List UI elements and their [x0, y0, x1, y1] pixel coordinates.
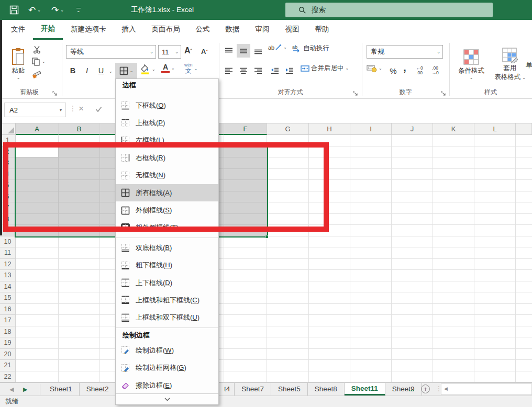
customize-qat-button[interactable]: ⌄ [76, 0, 81, 20]
row-header-18[interactable]: 18 [0, 326, 16, 338]
comma-style-button[interactable]: , [400, 61, 409, 74]
align-bottom-button[interactable] [251, 44, 265, 58]
decrease-decimal-button[interactable]: .00→0 [428, 64, 442, 77]
merge-center-button[interactable]: 合并后居中⌄ [301, 64, 349, 73]
column-header-K[interactable]: K [433, 123, 474, 135]
undo-button[interactable]: ↶⌄ [28, 0, 41, 20]
number-format-select[interactable]: 常规⌄ [367, 45, 443, 59]
accounting-format-button[interactable]: ⌄ [367, 64, 382, 73]
row-header-17[interactable]: 17 [0, 315, 16, 326]
tab-文件[interactable]: 文件 [3, 20, 33, 40]
phonetic-guide-button[interactable]: wén文⌄ [184, 63, 197, 74]
clipboard-dialog-launcher[interactable] [52, 89, 59, 95]
fill-color-button[interactable]: ⌄ [140, 64, 156, 75]
phonetic-dropdown-icon[interactable]: ⌄ [194, 66, 198, 71]
sheet-tab-Sheet8[interactable]: Sheet8 [308, 383, 345, 395]
format-as-table-dropdown-icon[interactable]: ⌄ [522, 75, 526, 80]
menu-item-border-double-bottom[interactable]: 双底框线(B) [116, 239, 218, 256]
redo-dropdown-icon[interactable]: ⌄ [60, 8, 64, 13]
menu-item-border-top[interactable]: 上框线(P) [116, 114, 218, 131]
horizontal-scrollbar[interactable]: ◀ [441, 383, 532, 395]
sheet-tab-Sheet9[interactable]: Sheet9 [385, 383, 422, 395]
scrollbar-left-icon[interactable]: ◀ [444, 386, 448, 391]
increase-decimal-button[interactable]: ←0.00 [413, 64, 426, 77]
sheet-tab-Sheet7[interactable]: Sheet7 [235, 383, 271, 395]
column-header-F[interactable]: F [224, 123, 267, 135]
orientation-dropdown-icon[interactable]: ⌄ [283, 45, 287, 50]
row-header-19[interactable]: 19 [0, 337, 16, 349]
enter-button[interactable] [95, 105, 102, 115]
menu-scroll-down[interactable] [116, 393, 218, 404]
italic-button[interactable]: I [81, 64, 93, 77]
font-name-dropdown-icon[interactable]: ⌄ [150, 50, 156, 54]
tab-新建选项卡[interactable]: 新建选项卡 [63, 20, 114, 40]
font-size-dropdown-icon[interactable]: ⌄ [175, 50, 181, 54]
row-header-20[interactable]: 20 [0, 349, 16, 360]
alignment-dialog-launcher[interactable] [353, 89, 359, 95]
column-header-L[interactable]: L [474, 123, 516, 135]
column-header-I[interactable]: I [350, 123, 392, 135]
copy-button[interactable]: ⌄ [31, 57, 46, 66]
column-header-H[interactable]: H [309, 123, 350, 135]
paste-button[interactable]: 粘贴 ⌄ [6, 43, 30, 85]
font-size-select[interactable]: 11⌄ [158, 45, 181, 59]
tab-公式[interactable]: 公式 [188, 20, 218, 40]
name-box[interactable]: A2▾ [4, 103, 66, 117]
sheet-nav-left-icon[interactable]: ◀ [9, 386, 14, 393]
sheet-tab-Sheet1[interactable]: Sheet1 [43, 383, 80, 395]
row-header-14[interactable]: 14 [0, 281, 16, 293]
number-format-dropdown-icon[interactable]: ⌄ [437, 50, 442, 54]
conditional-dropdown-icon[interactable]: ⌄ [470, 75, 473, 80]
shrink-font-button[interactable]: Aˇ [201, 48, 207, 55]
column-header-B[interactable]: B [59, 123, 100, 135]
borders-button[interactable]: ⌄ [115, 63, 137, 78]
align-top-button[interactable] [222, 44, 236, 58]
formula-bar-grip-icon[interactable]: ⋮ [69, 104, 76, 112]
copy-dropdown-icon[interactable]: ⌄ [42, 59, 46, 64]
font-name-select[interactable]: 等线⌄ [66, 45, 156, 59]
menu-item-draw-border[interactable]: 绘制边框(W) [116, 342, 218, 359]
underline-button[interactable]: U [95, 64, 107, 77]
grow-font-button[interactable]: Aˆ [184, 46, 192, 55]
menu-item-erase-border[interactable]: 擦除边框(E) [116, 377, 218, 394]
row-header-11[interactable]: 11 [0, 247, 16, 259]
tab-数据[interactable]: 数据 [218, 20, 248, 40]
tab-开始[interactable]: 开始 [33, 20, 63, 40]
column-header-J[interactable]: J [392, 123, 433, 135]
percent-style-button[interactable]: % [387, 64, 399, 77]
orientation-button[interactable]: ab⌄ [268, 44, 287, 51]
number-dialog-launcher[interactable] [441, 89, 447, 95]
borders-dropdown-icon[interactable]: ⌄ [130, 69, 134, 73]
align-right-button[interactable] [251, 64, 265, 77]
undo-dropdown-icon[interactable]: ⌄ [37, 8, 41, 13]
tab-视图[interactable]: 视图 [278, 20, 307, 40]
search-box[interactable]: 搜索 [285, 3, 493, 17]
row-header-12[interactable]: 12 [0, 259, 16, 270]
align-middle-button[interactable] [237, 44, 250, 58]
redo-button[interactable]: ↷⌄ [51, 0, 64, 20]
fill-handle[interactable] [265, 235, 269, 239]
font-color-dropdown-icon[interactable]: ⌄ [171, 66, 175, 71]
column-header-G[interactable]: G [267, 123, 309, 135]
menu-item-draw-border-grid[interactable]: 绘制边框网格(G) [116, 359, 218, 376]
name-box-dropdown-icon[interactable]: ▾ [60, 108, 65, 112]
format-as-table-button[interactable]: 套用 表格格式⌄ [491, 42, 529, 87]
conditional-formatting-button[interactable]: 条件格式 ⌄ [451, 42, 491, 87]
sheet-nav-right-icon[interactable]: ▶ [23, 386, 27, 393]
align-left-button[interactable] [222, 64, 236, 77]
bold-button[interactable]: B [67, 64, 79, 77]
fill-color-dropdown-icon[interactable]: ⌄ [152, 67, 156, 72]
column-header-partial[interactable] [516, 123, 532, 135]
merge-dropdown-icon[interactable]: ⌄ [346, 66, 349, 71]
menu-item-border-top-bottom[interactable]: 上下框线(D) [116, 274, 218, 291]
row-header-13[interactable]: 13 [0, 270, 16, 281]
menu-item-border-top-thick-bottom[interactable]: 上框线和粗下框线(C) [116, 291, 218, 309]
cancel-button[interactable]: × [79, 104, 84, 114]
tab-页面布局[interactable]: 页面布局 [144, 20, 188, 40]
menu-item-border-thick-bottom[interactable]: 粗下框线(H) [116, 257, 218, 274]
font-color-button[interactable]: A⌄ [161, 64, 175, 73]
row-header-15[interactable]: 15 [0, 292, 16, 304]
sheet-tab-Sheet2[interactable]: Sheet2 [80, 383, 116, 395]
paste-dropdown-icon[interactable]: ⌄ [17, 75, 20, 80]
tab-审阅[interactable]: 审阅 [248, 20, 278, 40]
